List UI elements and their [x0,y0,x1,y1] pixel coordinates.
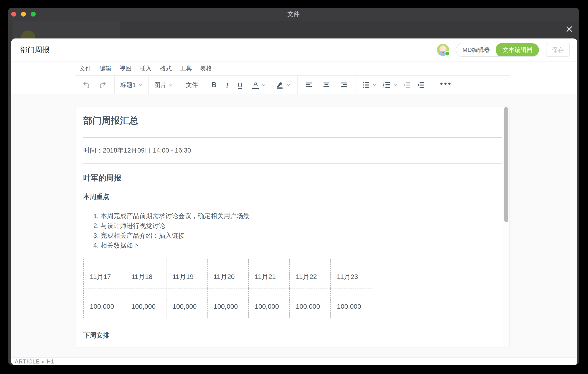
underline-icon: U [238,81,242,89]
menu-format[interactable]: 格式 [160,65,172,72]
dialog-header: 部门周报 MD编辑器 文本编辑器 [11,38,577,62]
insert-image-dropdown[interactable]: 图片 [148,76,179,94]
doc-subheading: 下周安排 [83,331,502,340]
table-cell[interactable]: 100,000 [84,288,125,318]
window-title: 文件 [287,10,300,18]
bullet-list-icon [362,81,370,89]
doc-title: 部门周报汇总 [83,114,502,127]
table-cell[interactable]: 100,000 [289,288,330,318]
table-cell[interactable]: 11月23 [330,259,371,288]
traffic-lights [8,8,36,21]
list-item: 相关数据如下 [101,241,502,250]
align-right-button[interactable] [340,76,348,94]
insert-file-button[interactable]: 文件 [179,76,205,94]
align-right-icon [340,81,348,89]
screen: 文件 部门周报 [0,0,588,374]
underline-button[interactable]: U [238,76,242,94]
bold-icon: B [211,81,217,89]
doc-table: 11月17 11月18 11月19 11月20 11月21 11月22 11月2… [83,259,371,318]
bold-button[interactable]: B [211,76,217,94]
divider [83,163,502,164]
italic-icon: I [226,81,228,89]
table-cell[interactable]: 11月21 [248,259,289,288]
redo-icon [99,81,107,89]
table-cell[interactable]: 100,000 [125,288,166,318]
table-cell[interactable]: 100,000 [330,288,371,318]
table-cell[interactable]: 11月19 [166,259,207,288]
chevron-down-icon [372,83,377,87]
md-editor-tab[interactable]: MD编辑器 [456,44,496,56]
text-editor-tab[interactable]: 文本编辑器 [496,43,539,57]
editor-mode-toggle: MD编辑器 文本编辑器 [456,43,539,57]
align-center-icon [323,81,330,89]
table-cell[interactable]: 11月17 [84,259,125,288]
table-cell[interactable]: 100,000 [248,288,289,318]
font-color-dropdown[interactable]: A [252,76,266,94]
doc-ordered-list: 本周完成产品前期需求讨论会议，确定相关用户场景 与设计师进行视觉讨论 完成相关产… [83,211,502,250]
table-cell[interactable]: 11月20 [207,259,248,288]
header-actions: MD编辑器 文本编辑器 保存 [437,43,570,57]
highlighter-icon [275,81,284,89]
table-cell[interactable]: 11月22 [289,259,330,288]
zoom-window-button[interactable] [31,12,36,17]
scrollbar-track[interactable] [503,107,509,347]
more-icon: ••• [440,83,452,87]
menu-file[interactable]: 文件 [79,65,91,72]
document-name: 部门周报 [20,45,50,55]
heading-style-dropdown[interactable]: 标题1 [115,76,148,94]
bullet-list-dropdown[interactable] [362,76,377,94]
list-item: 完成相关产品介绍：插入链接 [101,231,502,241]
window-titlebar: 文件 [8,8,579,21]
chevron-down-icon [169,83,173,87]
close-icon [566,25,573,33]
chevron-down-icon [262,83,266,87]
list-item: 本周完成产品前期需求讨论会议，确定相关用户场景 [101,211,502,221]
italic-button[interactable]: I [226,76,228,94]
editor-canvas[interactable]: 部门周报汇总 时间：2018年12月09日 14:00 - 16:30 叶军的周… [11,94,577,357]
save-button[interactable]: 保存 [546,43,570,57]
numbered-list-icon: 1 2 3 [383,81,391,89]
table-cell[interactable]: 11月18 [125,259,166,288]
chevron-down-icon [138,83,143,87]
scrollbar-thumb[interactable] [504,107,508,222]
more-options-button[interactable]: ••• [432,76,460,94]
menu-table[interactable]: 表格 [200,65,212,72]
outdent-button[interactable] [403,76,411,94]
table-cell[interactable]: 100,000 [207,288,248,318]
menu-insert[interactable]: 插入 [140,65,152,72]
align-center-button[interactable] [323,76,330,94]
minimize-window-button[interactable] [21,12,26,17]
svg-text:3: 3 [383,86,385,89]
menu-bar: 文件 编辑 视图 插入 格式 工具 表格 [11,62,577,75]
list-item: 与设计师进行视觉讨论 [101,221,502,231]
undo-button[interactable] [82,76,90,94]
redo-button[interactable] [99,76,107,94]
highlight-color-dropdown[interactable] [275,76,291,94]
doc-subheading: 本周重点 [83,192,502,201]
online-status-dot [445,51,450,56]
align-left-button[interactable] [305,76,313,94]
close-dialog-button[interactable] [565,25,574,33]
outdent-icon [403,81,411,89]
close-window-button[interactable] [11,12,16,17]
status-bar: ARTICLE » H1 [11,357,577,365]
mac-window: 文件 部门周报 [8,8,579,365]
menu-tools[interactable]: 工具 [180,65,192,72]
heading-style-label: 标题1 [120,81,136,89]
table-cell[interactable]: 100,000 [166,288,207,318]
user-avatar[interactable] [437,44,449,56]
menu-view[interactable]: 视图 [119,65,132,72]
doc-time-line: 时间：2018年12月09日 14:00 - 16:30 [83,146,502,155]
divider [83,137,502,138]
indent-button[interactable] [417,76,425,94]
insert-image-label: 图片 [154,81,167,89]
svg-text:2: 2 [383,84,385,86]
doc-section-heading: 叶军的周报 [83,173,502,183]
chevron-down-icon [393,83,398,87]
document-page[interactable]: 部门周报汇总 时间：2018年12月09日 14:00 - 16:30 叶军的周… [76,107,510,347]
font-color-icon: A [252,81,259,89]
chevron-down-icon [286,83,291,87]
insert-file-label: 文件 [186,81,198,89]
menu-edit[interactable]: 编辑 [99,65,112,72]
numbered-list-dropdown[interactable]: 1 2 3 [383,76,398,94]
